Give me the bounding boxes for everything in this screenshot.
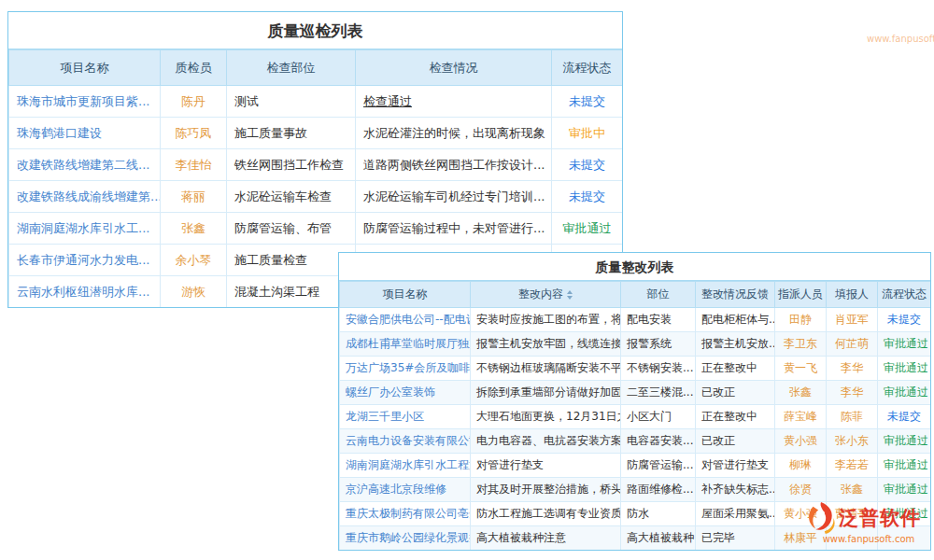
column-header-label: 整改内容 <box>518 287 563 301</box>
project-link[interactable]: 湖南洞庭湖水库引水工程施工标 <box>340 454 471 478</box>
table-cell: 施工质量事故 <box>227 118 356 149</box>
table-cell: 柳琳 <box>775 454 827 478</box>
column-header-1[interactable]: 整改内容 <box>471 282 621 308</box>
table-cell: 审批中 <box>552 118 623 149</box>
project-link[interactable]: 成都杜甫草堂临时展厅独立展... <box>340 332 471 357</box>
table-cell: 补齐缺失标志... <box>696 478 775 502</box>
project-link[interactable]: 重庆太极制药有限公司亳州中... <box>340 502 471 526</box>
column-header-label: 填报人 <box>835 287 869 301</box>
vendor-watermark: 泛普软件 www.fanpusoft.com <box>803 500 934 544</box>
table-cell: 未提交 <box>552 181 623 213</box>
project-link[interactable]: 珠海鹤港口建设 <box>9 118 161 149</box>
table-row: 珠海鹤港口建设陈巧凤施工质量事故水泥砼灌注的时候，出现离析现象审批中 <box>9 118 623 149</box>
table-cell: 已完毕 <box>696 526 775 551</box>
table-cell: 防腐管运输、布管 <box>227 213 356 245</box>
project-link[interactable]: 安徽合肥供电公司--配电设备... <box>340 308 471 332</box>
inspection-header-row: 项目名称质检员检查部位检查情况流程状态 <box>9 50 623 86</box>
table-cell: 报警系统 <box>621 332 696 357</box>
project-link[interactable]: 重庆市鹅岭公园绿化景观提升... <box>340 526 471 551</box>
column-header-3[interactable]: 整改情况反馈 <box>696 282 775 308</box>
project-link[interactable]: 龙湖三千里小区 <box>340 405 471 429</box>
table-cell: 审批通过 <box>878 357 931 381</box>
project-link[interactable]: 云南电力设备安装有限公司20... <box>340 429 471 454</box>
table-cell: 配电安装 <box>621 308 696 332</box>
table-cell: 水泥砼灌注的时候，出现离析现象 <box>356 118 552 149</box>
project-link[interactable]: 改建铁路线成渝线增建第... <box>9 181 161 213</box>
column-header-6[interactable]: 流程状态 <box>878 282 931 308</box>
faint-watermark-url: www.fanpusoft.com <box>867 34 934 44</box>
table-cell: 李若若 <box>827 454 878 478</box>
table-cell: 陈丹 <box>161 86 227 118</box>
table-row: 成都杜甫草堂临时展厅独立展...报警主机安放牢固，线缆连接...报警系统报警主机… <box>340 332 931 357</box>
column-header-label: 质检员 <box>176 61 212 75</box>
table-cell: 未提交 <box>552 149 623 181</box>
table-cell: 已改正 <box>696 429 775 454</box>
table-cell: 陈菲 <box>827 405 878 429</box>
project-link[interactable]: 湖南洞庭湖水库引水工... <box>9 213 161 245</box>
table-cell: 审批通过 <box>878 381 931 405</box>
project-link[interactable]: 螺丝厂办公室装饰 <box>340 381 471 405</box>
table-cell: 肖亚军 <box>827 308 878 332</box>
rectification-header-row: 项目名称整改内容部位整改情况反馈指派人员填报人流程状态 <box>340 282 931 308</box>
table-cell: 审批通过 <box>878 332 931 357</box>
project-link[interactable]: 长春市伊通河水力发电... <box>9 245 161 276</box>
project-link[interactable]: 改建铁路线增建第二线... <box>9 149 161 181</box>
column-header-label: 检查情况 <box>430 61 478 75</box>
table-cell: 张鑫 <box>827 478 878 502</box>
column-header-2[interactable]: 部位 <box>621 282 696 308</box>
table-cell: 徐贤 <box>775 478 827 502</box>
table-cell: 水泥砼运输车司机经过专门培训... <box>356 181 552 213</box>
table-cell: 已改正 <box>696 381 775 405</box>
table-cell: 水泥砼运输车检查 <box>227 181 356 213</box>
table-row: 云南电力设备安装有限公司20...电力电容器、电抗器安装方案...电容器安装..… <box>340 429 931 454</box>
column-header-label: 流程状态 <box>882 287 927 301</box>
sort-icon[interactable] <box>567 290 573 300</box>
column-header-label: 指派人员 <box>778 287 823 301</box>
column-header-1[interactable]: 质检员 <box>161 50 227 86</box>
table-cell: 二至三楼混... <box>621 381 696 405</box>
table-cell: 薛宝峰 <box>775 405 827 429</box>
table-cell: 李佳怡 <box>161 149 227 181</box>
table-cell: 对管进行垫支 <box>471 454 621 478</box>
table-cell: 道路两侧铁丝网围挡工作按设计... <box>356 149 552 181</box>
column-header-0[interactable]: 项目名称 <box>340 282 471 308</box>
column-header-3[interactable]: 检查情况 <box>356 50 552 86</box>
table-cell: 张鑫 <box>775 381 827 405</box>
table-row: 湖南洞庭湖水库引水工...张鑫防腐管运输、布管防腐管运输过程中，未对管进行...… <box>9 213 623 245</box>
table-cell: 测试 <box>227 86 356 118</box>
table-cell: 报警主机安放牢固，线缆连接... <box>471 332 621 357</box>
table-cell: 正在整改中 <box>696 405 775 429</box>
column-header-0[interactable]: 项目名称 <box>9 50 161 86</box>
table-row: 龙湖三千里小区大理石地面更换，12月31日之...小区大门正在整改中薛宝峰陈菲未… <box>340 405 931 429</box>
column-header-label: 检查部位 <box>267 61 316 75</box>
table-cell: 审批通过 <box>878 478 931 502</box>
table-cell: 防腐管运输... <box>621 454 696 478</box>
table-cell: 屋面采用聚氨... <box>696 502 775 526</box>
column-header-4[interactable]: 指派人员 <box>775 282 827 308</box>
table-cell: 游恢 <box>161 276 227 308</box>
table-row: 珠海市城市更新项目紫...陈丹测试检查通过未提交 <box>9 86 623 118</box>
table-cell: 李卫东 <box>775 332 827 357</box>
table-row: 改建铁路线增建第二线...李佳怡铁丝网围挡工作检查道路两侧铁丝网围挡工作按设计.… <box>9 149 623 181</box>
project-link[interactable]: 京沪高速北京段维修 <box>340 478 471 502</box>
column-header-4[interactable]: 流程状态 <box>552 50 623 86</box>
table-cell: 陈巧凤 <box>161 118 227 149</box>
table-cell: 李华 <box>827 357 878 381</box>
project-link[interactable]: 云南水利枢纽潜明水库... <box>9 276 161 308</box>
table-cell: 未提交 <box>878 308 931 332</box>
table-cell: 安装时应按施工图的布置，将... <box>471 308 621 332</box>
table-cell: 路面维修检... <box>621 478 696 502</box>
project-link[interactable]: 万达广场35#会所及咖啡厅空... <box>340 357 471 381</box>
table-cell: 余小琴 <box>161 245 227 276</box>
column-header-label: 部位 <box>647 287 670 301</box>
table-cell: 防腐管运输过程中，未对管进行... <box>356 213 552 245</box>
project-link[interactable]: 珠海市城市更新项目紫... <box>9 86 161 118</box>
table-cell: 审批通过 <box>878 454 931 478</box>
table-cell: 不锈钢安装... <box>621 357 696 381</box>
table-cell: 黄小强 <box>775 429 827 454</box>
table-row: 安徽合肥供电公司--配电设备...安装时应按施工图的布置，将...配电安装配电柜… <box>340 308 931 332</box>
column-header-5[interactable]: 填报人 <box>827 282 878 308</box>
table-cell: 铁丝网围挡工作检查 <box>227 149 356 181</box>
column-header-2[interactable]: 检查部位 <box>227 50 356 86</box>
table-cell: 混凝土沟渠工程 <box>227 276 356 308</box>
